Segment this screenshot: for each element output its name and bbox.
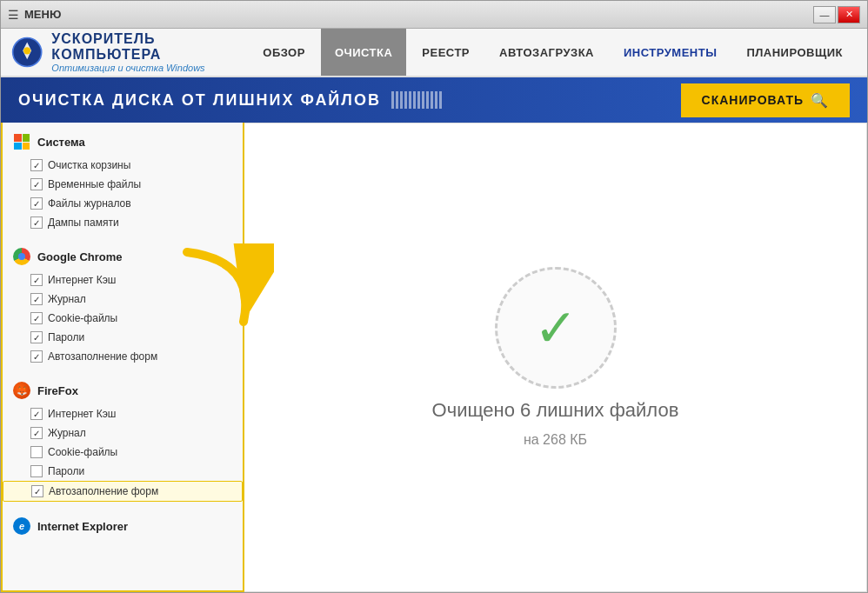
checkbox-logs[interactable] (30, 197, 43, 210)
logo-section: УСКОРИТЕЛЬ КОМПЬЮТЕРА Оптимизация и очис… (11, 31, 231, 73)
close-button[interactable]: ✕ (838, 6, 860, 23)
nav-item-scheduler[interactable]: ПЛАНИРОВЩИК (732, 29, 857, 76)
nav-item-overview[interactable]: ОБЗОР (249, 29, 319, 76)
firefox-label: FireFox (37, 384, 78, 397)
list-item[interactable]: Автозаполнение форм (3, 347, 243, 366)
svg-point-2 (23, 47, 30, 54)
checkbox-temp[interactable] (30, 178, 43, 190)
chrome-label: Google Chrome (37, 250, 123, 263)
system-label: Система (37, 136, 85, 149)
right-panel: ✓ Очищено 6 лишних файлов на 268 КБ (244, 123, 867, 592)
sidebar-section-chrome: Google Chrome Интернет Кэш Журнал Cookie… (3, 237, 243, 371)
checkbox-recycle[interactable] (30, 159, 43, 171)
title-bar-left: ☰ МЕНЮ (8, 8, 61, 22)
chrome-icon (13, 248, 30, 265)
title-bar-controls: — ✕ (813, 6, 860, 23)
list-item[interactable]: Cookie-файлы (3, 443, 243, 462)
list-item[interactable]: Журнал (3, 423, 243, 443)
list-item[interactable]: Автозаполнение форм (3, 481, 243, 502)
windows-icon (13, 133, 30, 150)
logo-subtitle: Оптимизация и очистка Windows (51, 63, 231, 73)
checkbox-dumps[interactable] (30, 217, 43, 229)
menu-icon: ☰ (8, 8, 19, 22)
title-bar: ☰ МЕНЮ — ✕ (1, 1, 867, 29)
firefox-section-header[interactable]: 🦊 FireFox (3, 376, 243, 404)
ie-icon: e (13, 517, 30, 535)
checkbox-ff-passwords[interactable] (30, 465, 43, 477)
checkbox-ff-journal[interactable] (30, 427, 43, 439)
checkbox-passwords[interactable] (30, 331, 43, 343)
list-item[interactable]: Временные файлы (3, 175, 243, 194)
checkmark-icon: ✓ (534, 297, 578, 358)
list-item[interactable]: Журнал (3, 290, 243, 309)
nav-items: ОБЗОР ОЧИСТКА РЕЕСТР АВТОЗАГРУЗКА ИНСТРУ… (249, 29, 857, 76)
page-header-title: ОЧИСТКА ДИСКА ОТ ЛИШНИХ ФАЙЛОВ (18, 91, 442, 110)
list-item[interactable]: Cookie-файлы (3, 309, 243, 328)
nav-item-autoload[interactable]: АВТОЗАГРУЗКА (485, 29, 608, 76)
search-icon: 🔍 (811, 92, 829, 109)
list-item[interactable]: Файлы журналов (3, 194, 243, 213)
sidebar-section-firefox: 🦊 FireFox Интернет Кэш Журнал Cookie-фай… (3, 371, 243, 507)
checkbox-autofill[interactable] (30, 350, 43, 363)
nav-item-clean[interactable]: ОЧИСТКА (321, 29, 406, 76)
sidebar-section-system: Система Очистка корзины Временные файлы … (3, 123, 243, 237)
scan-button[interactable]: СКАНИРОВАТЬ 🔍 (681, 83, 850, 117)
list-item[interactable]: Дампы памяти (3, 213, 243, 232)
firefox-icon: 🦊 (13, 382, 30, 399)
logo-icon (11, 33, 43, 71)
main-window: ☰ МЕНЮ — ✕ УСКОРИТЕЛЬ КОМПЬЮТЕРА Оптимиз… (0, 0, 868, 593)
sidebar-section-ie: e Internet Explorer (3, 507, 243, 545)
list-item[interactable]: Очистка корзины (3, 156, 243, 175)
nav-bar: УСКОРИТЕЛЬ КОМПЬЮТЕРА Оптимизация и очис… (1, 29, 867, 77)
checkbox-ff-cookies[interactable] (30, 446, 43, 458)
logo-title: УСКОРИТЕЛЬ КОМПЬЮТЕРА (51, 31, 231, 63)
checkbox-cache[interactable] (30, 274, 43, 286)
result-main-text: Очищено 6 лишних файлов (432, 399, 679, 422)
ie-label: Internet Explorer (37, 520, 128, 533)
ie-section-header[interactable]: e Internet Explorer (3, 512, 243, 540)
list-item[interactable]: Интернет Кэш (3, 404, 243, 423)
system-section-header[interactable]: Система (3, 128, 243, 156)
list-item[interactable]: Интернет Кэш (3, 270, 243, 290)
logo-text-block: УСКОРИТЕЛЬ КОМПЬЮТЕРА Оптимизация и очис… (51, 31, 231, 73)
result-circle: ✓ (495, 267, 617, 389)
chrome-section-header[interactable]: Google Chrome (3, 243, 243, 270)
checkbox-ff-autofill[interactable] (31, 485, 43, 497)
header-decoration (391, 91, 442, 109)
nav-item-registry[interactable]: РЕЕСТР (408, 29, 484, 76)
sidebar[interactable]: Система Очистка корзины Временные файлы … (1, 123, 244, 592)
checkbox-journal[interactable] (30, 293, 43, 305)
main-content: Система Очистка корзины Временные файлы … (1, 123, 867, 592)
page-header: ОЧИСТКА ДИСКА ОТ ЛИШНИХ ФАЙЛОВ СКАНИРОВА… (1, 77, 867, 123)
nav-item-tools[interactable]: ИНСТРУМЕНТЫ (610, 29, 731, 76)
list-item[interactable]: Пароли (3, 328, 243, 347)
list-item[interactable]: Пароли (3, 462, 243, 481)
result-sub-text: на 268 КБ (524, 432, 587, 448)
checkbox-cookies[interactable] (30, 312, 43, 324)
title-bar-title: МЕНЮ (24, 8, 61, 21)
checkbox-ff-cache[interactable] (30, 408, 43, 420)
minimize-button[interactable]: — (813, 6, 836, 23)
